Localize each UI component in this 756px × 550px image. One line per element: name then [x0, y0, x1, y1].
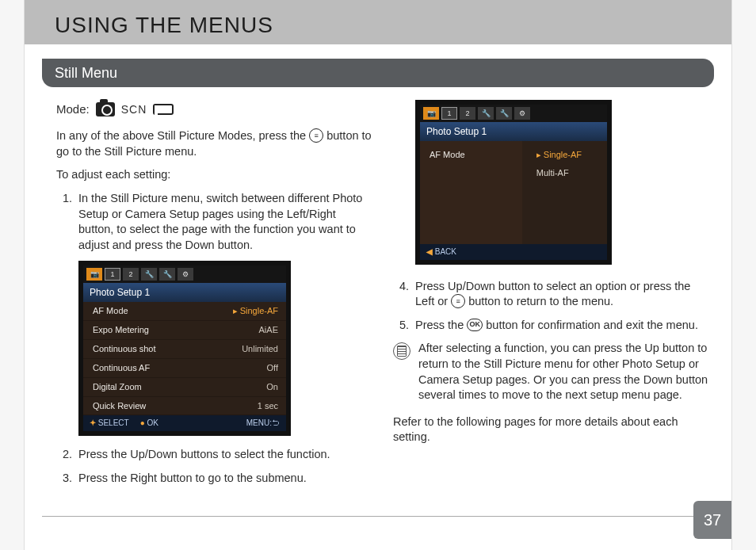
- step-1: In the Still Picture menu, switch betwee…: [75, 191, 372, 253]
- title-bar: USING THE MENUS: [25, 0, 731, 44]
- tab-tool-2: 🔧: [496, 107, 512, 120]
- intro-paragraph-2: To adjust each setting:: [56, 167, 372, 183]
- submenu-options: Single-AF Multi-AF: [522, 141, 607, 244]
- menu-heading-2: Photo Setup 1: [420, 122, 607, 141]
- footer-ok: ● OK: [140, 418, 158, 429]
- menu-row-continuous-af: Continuous AFOff: [83, 359, 286, 378]
- mode-line: Mode: SCN: [56, 101, 372, 117]
- refer-text: Refer to the following pages for more de…: [393, 414, 709, 445]
- ok-icon: OK: [467, 319, 483, 331]
- camera-menu-screenshot-2: 📷 1 2 🔧 🔧 ⚙ Photo Setup 1 AF Mode Si: [415, 100, 612, 265]
- menu-icon: ≡: [309, 128, 323, 143]
- menu-heading: Photo Setup 1: [83, 283, 286, 302]
- menu-row-expo: Expo MeteringAiAE: [83, 321, 286, 340]
- tab-1: 1: [441, 107, 457, 120]
- tab-tool-1: 🔧: [141, 268, 157, 281]
- text: Press the: [415, 319, 467, 331]
- tab-gear: ⚙: [178, 268, 193, 281]
- page-number: 37: [693, 501, 731, 539]
- menu-icon: ≡: [451, 294, 465, 308]
- note-block: After selecting a function, you can pres…: [393, 341, 709, 403]
- menu-row-quick-review: Quick Review1 sec: [83, 397, 286, 416]
- scn-label: SCN: [121, 102, 147, 117]
- tab-gear: ⚙: [514, 107, 530, 120]
- tab-tool-2: 🔧: [159, 268, 175, 281]
- step-3: Press the Right button to go to the subm…: [75, 471, 372, 487]
- note-icon: [393, 342, 410, 360]
- text: In any of the above Still Picture Modes,…: [56, 129, 309, 142]
- tab-2: 2: [460, 107, 475, 120]
- step-2: Press the Up/Down buttons to select the …: [75, 447, 372, 463]
- option-single-af: Single-AF: [522, 146, 607, 164]
- steps-list-left: In the Still Picture menu, switch betwee…: [56, 191, 372, 253]
- submenu-body: AF Mode Single-AF Multi-AF: [420, 141, 607, 244]
- menu-tabs: 📷 1 2 🔧 🔧 ⚙: [83, 265, 286, 283]
- section-title: Still Menu: [55, 65, 117, 82]
- intro-paragraph-1: In any of the above Still Picture Modes,…: [56, 128, 372, 159]
- text: button for confirmation and exit the men…: [483, 319, 698, 331]
- footer-menu: MENU:⮌: [246, 418, 280, 429]
- manual-page: USING THE MENUS Still Menu Mode: SCN In …: [24, 0, 732, 550]
- submenu-row-af: AF Mode: [420, 146, 522, 164]
- camera-menu-screenshot-1: 📷 1 2 🔧 🔧 ⚙ Photo Setup 1 AF ModeSingle-…: [78, 261, 291, 436]
- steps-list-left-2: Press the Up/Down buttons to select the …: [56, 447, 372, 486]
- footer-select: ✦ SELECT: [90, 418, 129, 429]
- section-header: Still Menu: [42, 59, 714, 87]
- camera-icon: [96, 102, 115, 116]
- note-text: After selecting a function, you can pres…: [418, 341, 709, 403]
- menu-footer: ✦ SELECT ● OK MENU:⮌: [83, 415, 286, 431]
- tab-tool-1: 🔧: [478, 107, 494, 120]
- bottom-divider: [42, 516, 714, 517]
- step-4: Press Up/Down button to select an option…: [412, 279, 709, 310]
- menu-row-af-mode: AF ModeSingle-AF: [83, 302, 286, 321]
- menu-row-digital-zoom: Digital ZoomOn: [83, 378, 286, 397]
- tab-2: 2: [123, 268, 139, 281]
- tab-camera-icon: 📷: [423, 107, 439, 120]
- menu-row-continuous-shot: Continuous shotUnlimited: [83, 340, 286, 359]
- page-title: USING THE MENUS: [55, 13, 273, 38]
- tab-camera-icon: 📷: [86, 268, 102, 281]
- mode-label: Mode:: [56, 101, 90, 117]
- menu-tabs-2: 📷 1 2 🔧 🔧 ⚙: [420, 105, 607, 122]
- text: button to return to the menu.: [465, 295, 613, 307]
- tab-1: 1: [105, 268, 120, 281]
- right-column: 📷 1 2 🔧 🔧 ⚙ Photo Setup 1 AF Mode Si: [393, 100, 709, 494]
- back-bar: ◀ BACK: [420, 244, 607, 260]
- steps-list-right: Press Up/Down button to select an option…: [393, 279, 709, 334]
- option-multi-af: Multi-AF: [522, 164, 607, 182]
- step-5: Press the OK button for confirmation and…: [412, 318, 709, 334]
- content-columns: Mode: SCN In any of the above Still Pict…: [25, 87, 731, 494]
- panorama-icon: [153, 104, 174, 115]
- left-column: Mode: SCN In any of the above Still Pict…: [56, 100, 372, 494]
